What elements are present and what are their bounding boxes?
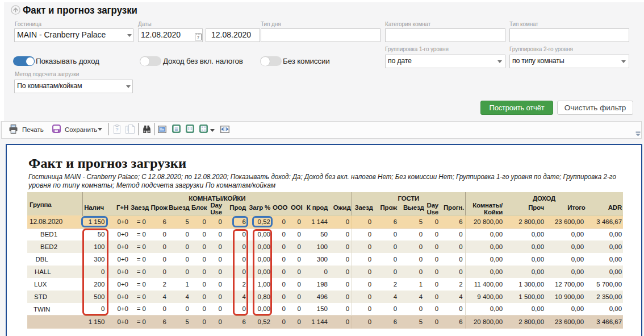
svg-text:7: 7 [197, 36, 199, 40]
svg-text:?: ? [115, 127, 119, 132]
